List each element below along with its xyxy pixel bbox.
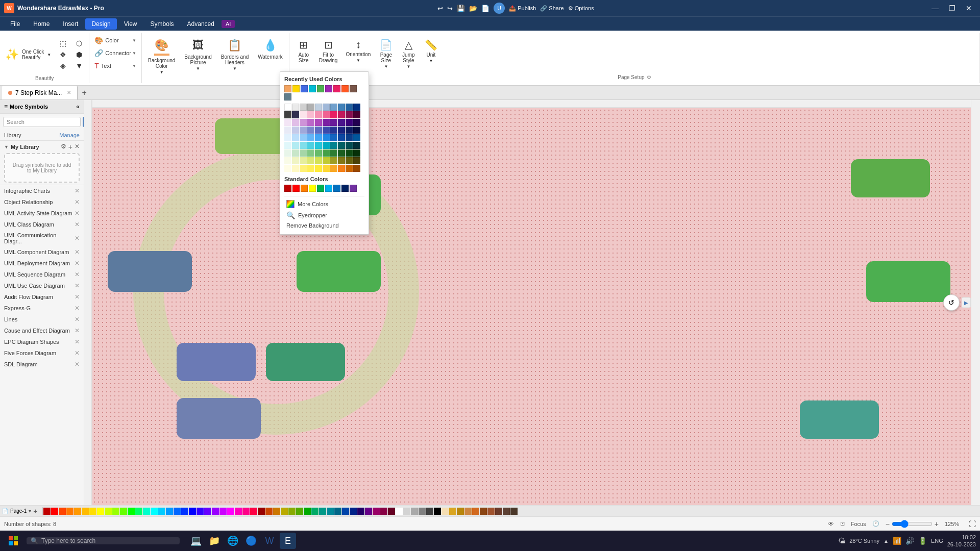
palette-swatch[interactable]: [346, 127, 353, 134]
palette-swatch[interactable]: [338, 157, 345, 164]
palette-swatch[interactable]: [292, 165, 299, 172]
menu-file[interactable]: File: [4, 18, 26, 30]
new-btn[interactable]: 📄: [481, 5, 489, 12]
palette-swatch[interactable]: [353, 149, 360, 157]
recent-color-swatch[interactable]: [301, 85, 308, 92]
palette-swatch[interactable]: [323, 142, 330, 149]
sidebar-item-uml-usecase[interactable]: UML Use Case Diagram ✕: [0, 280, 84, 291]
beautify-sub-btn-3[interactable]: ◈: [55, 61, 70, 71]
palette-swatch[interactable]: [323, 134, 330, 141]
sidebar-item-sdl[interactable]: SDL Diagram ✕: [0, 359, 84, 370]
palette-swatch[interactable]: [338, 134, 345, 141]
palette-swatch[interactable]: [315, 134, 322, 141]
beautify-sub-btn-6[interactable]: ▼: [71, 61, 87, 71]
cbar-swatch[interactable]: [503, 508, 510, 515]
shape-bottom-right-teal[interactable]: [266, 343, 345, 381]
palette-swatch[interactable]: [346, 142, 353, 149]
share-btn[interactable]: 🔗 Share: [540, 5, 564, 12]
auto-size-btn[interactable]: ⊞ AutoSize: [293, 37, 314, 65]
close-uml-comp-icon[interactable]: ✕: [75, 248, 80, 256]
palette-swatch[interactable]: [346, 111, 353, 118]
palette-swatch[interactable]: [307, 104, 314, 111]
shape-bottom-left-blue[interactable]: [177, 343, 256, 381]
tab-doc[interactable]: 7 Step Risk Ma... ✕: [2, 86, 78, 99]
cbar-swatch[interactable]: [227, 508, 234, 515]
menu-advanced[interactable]: Advanced: [181, 18, 220, 30]
taskbar-edge-icon[interactable]: 🌐: [225, 533, 241, 549]
palette-swatch[interactable]: [323, 111, 330, 118]
palette-swatch[interactable]: [330, 165, 337, 172]
cbar-swatch[interactable]: [357, 508, 364, 515]
menu-home[interactable]: Home: [27, 18, 56, 30]
options-btn[interactable]: ⚙ Options: [568, 5, 594, 12]
menu-ai[interactable]: AI: [222, 20, 235, 28]
cbar-swatch[interactable]: [426, 508, 433, 515]
palette-swatch[interactable]: [300, 127, 307, 134]
watermark-btn[interactable]: 💧 Watermark: [254, 37, 287, 62]
zoom-slider[interactable]: [892, 520, 933, 528]
sidebar-item-uml-seq[interactable]: UML Sequence Diagram ✕: [0, 269, 84, 280]
cbar-swatch[interactable]: [189, 508, 196, 515]
close-uml-seq-icon[interactable]: ✕: [75, 271, 80, 278]
cbar-swatch[interactable]: [89, 508, 96, 515]
cbar-swatch[interactable]: [112, 508, 119, 515]
std-color-swatch[interactable]: [301, 185, 308, 192]
palette-swatch[interactable]: [307, 111, 314, 118]
palette-swatch[interactable]: [315, 111, 322, 118]
palette-swatch[interactable]: [292, 157, 299, 164]
zoom-out-btn[interactable]: −: [886, 520, 890, 528]
search-input[interactable]: [3, 117, 81, 127]
cbar-swatch[interactable]: [434, 508, 441, 515]
remove-background-row[interactable]: Remove Background: [284, 221, 364, 230]
my-library-settings-icon[interactable]: ⚙: [61, 143, 66, 151]
palette-swatch[interactable]: [346, 119, 353, 126]
fit-to-drawing-btn[interactable]: ⊡ Fit toDrawing: [316, 37, 341, 65]
palette-swatch[interactable]: [315, 119, 322, 126]
palette-swatch[interactable]: [284, 165, 291, 172]
recent-color-swatch[interactable]: [333, 85, 340, 92]
right-edge-panel[interactable]: ▶: [962, 297, 971, 308]
cbar-swatch[interactable]: [273, 508, 280, 515]
sidebar-item-object-rel[interactable]: Object Relationship ✕: [0, 196, 84, 208]
cbar-swatch[interactable]: [449, 508, 456, 515]
palette-swatch[interactable]: [346, 165, 353, 172]
palette-swatch[interactable]: [338, 104, 345, 111]
cbar-swatch[interactable]: [350, 508, 357, 515]
palette-swatch[interactable]: [300, 111, 307, 118]
view-mode-btn[interactable]: 👁: [828, 520, 834, 528]
sidebar-item-lines[interactable]: Lines ✕: [0, 314, 84, 325]
cbar-swatch[interactable]: [219, 508, 227, 515]
palette-swatch[interactable]: [338, 127, 345, 134]
palette-swatch[interactable]: [307, 134, 314, 141]
add-tab-btn[interactable]: +: [78, 86, 90, 99]
my-library-toggle[interactable]: ▼ My Library: [4, 144, 39, 150]
maximize-btn[interactable]: ❐: [945, 2, 960, 14]
shape-left-blue[interactable]: [108, 251, 192, 292]
sidebar-item-uml-comm[interactable]: UML Communication Diagr... ✕: [0, 230, 84, 246]
cbar-swatch[interactable]: [197, 508, 204, 515]
palette-swatch[interactable]: [330, 142, 337, 149]
palette-swatch[interactable]: [330, 157, 337, 164]
palette-swatch[interactable]: [292, 111, 299, 118]
sidebar-item-uml-activity[interactable]: UML Activity State Diagram ✕: [0, 208, 84, 219]
cbar-swatch[interactable]: [464, 508, 472, 515]
add-page-btn[interactable]: +: [33, 507, 37, 515]
palette-swatch[interactable]: [300, 142, 307, 149]
palette-swatch[interactable]: [323, 157, 330, 164]
taskbar-search-box[interactable]: 🔍 Type here to search: [27, 537, 180, 544]
std-color-swatch[interactable]: [292, 185, 300, 192]
palette-swatch[interactable]: [292, 142, 299, 149]
palette-swatch[interactable]: [353, 157, 360, 164]
cbar-swatch[interactable]: [403, 508, 410, 515]
palette-swatch[interactable]: [323, 119, 330, 126]
palette-swatch[interactable]: [353, 111, 360, 118]
palette-swatch[interactable]: [284, 127, 291, 134]
palette-swatch[interactable]: [292, 119, 299, 126]
cbar-swatch[interactable]: [97, 508, 104, 515]
palette-swatch[interactable]: [338, 149, 345, 157]
palette-swatch[interactable]: [330, 104, 337, 111]
cbar-swatch[interactable]: [174, 508, 181, 515]
palette-swatch[interactable]: [338, 119, 345, 126]
palette-swatch[interactable]: [307, 165, 314, 172]
cbar-swatch[interactable]: [66, 508, 74, 515]
